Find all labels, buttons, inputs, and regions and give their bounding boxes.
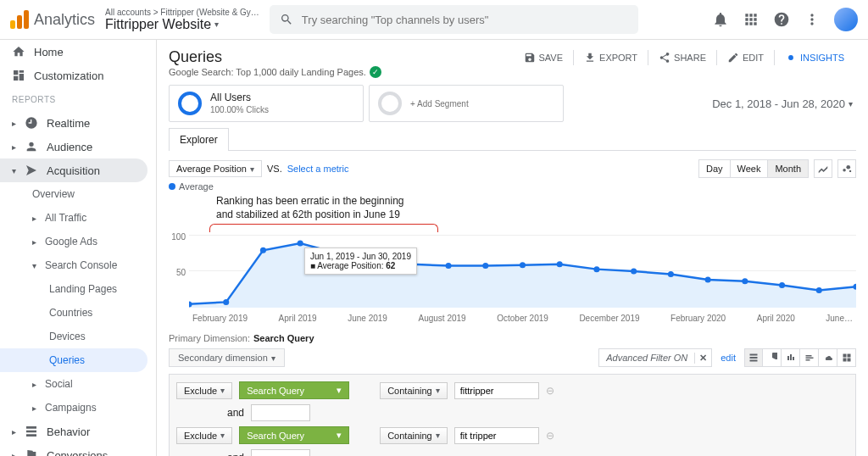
svg-point-7 xyxy=(298,241,303,247)
svg-point-17 xyxy=(668,271,674,277)
sidebar-item-all-traffic[interactable]: ▸All Traffic xyxy=(0,206,156,230)
page-subtitle: Google Search: Top 1,000 daily Landing P… xyxy=(169,67,366,77)
line-chart-svg xyxy=(189,224,856,308)
avatar[interactable] xyxy=(834,8,858,31)
view-cloud-icon[interactable] xyxy=(819,348,837,367)
more-vert-icon[interactable] xyxy=(804,11,821,28)
chart-tooltip: Jun 1, 2019 - Jun 30, 2019 ■ Average Pos… xyxy=(304,247,417,275)
sidebar-label: Behavior xyxy=(47,425,90,438)
caret-down-icon: ▾ xyxy=(436,431,440,440)
chevron-right-icon: ▸ xyxy=(32,214,36,223)
view-table-icon[interactable] xyxy=(744,348,763,367)
legend-label: Average xyxy=(179,181,214,192)
and-condition-input[interactable] xyxy=(251,449,310,456)
svg-point-20 xyxy=(779,282,785,288)
sidebar-item-home[interactable]: Home xyxy=(0,40,156,64)
sidebar-item-queries[interactable]: Queries xyxy=(0,348,147,372)
sidebar-item-realtime[interactable]: ▸Realtime xyxy=(0,111,156,135)
filter-include-exclude[interactable]: Exclude▾ xyxy=(176,427,232,444)
remove-filter-icon[interactable]: ⊖ xyxy=(546,430,554,442)
svg-point-21 xyxy=(816,287,822,293)
filter-match-type[interactable]: Containing▾ xyxy=(380,382,448,399)
search-bar[interactable] xyxy=(270,5,638,34)
sidebar-item-countries[interactable]: Countries xyxy=(0,301,156,325)
main-content: Queries Google Search: Top 1,000 daily L… xyxy=(157,40,868,456)
svg-point-13 xyxy=(520,262,526,268)
apps-icon[interactable] xyxy=(743,11,760,28)
account-selector[interactable]: All accounts > Fittripper (Website & Gy…… xyxy=(105,8,259,32)
insights-button[interactable]: INSIGHTS xyxy=(778,48,851,67)
filter-dimension[interactable]: Search Query▾ xyxy=(239,426,349,444)
view-pie-icon[interactable] xyxy=(763,348,782,367)
save-button[interactable]: SAVE xyxy=(517,48,570,67)
verified-icon: ✓ xyxy=(370,66,381,78)
account-breadcrumbs: All accounts > Fittripper (Website & Gy… xyxy=(105,8,259,17)
and-label: and xyxy=(227,452,244,456)
filter-match-type[interactable]: Containing▾ xyxy=(380,427,448,444)
segment-all-users[interactable]: All Users100.00% Clicks xyxy=(169,85,364,122)
sidebar-item-behavior[interactable]: ▸Behavior xyxy=(0,420,156,443)
advanced-filter-badge: Advanced Filter ON ✕ xyxy=(598,348,712,367)
date-range-selector[interactable]: Dec 1, 2018 - Jun 28, 2020▾ xyxy=(712,97,856,110)
gran-week[interactable]: Week xyxy=(731,160,769,177)
edit-button[interactable]: EDIT xyxy=(721,48,771,67)
and-condition-input[interactable] xyxy=(251,404,310,421)
secondary-dimension-selector[interactable]: Secondary dimension▾ xyxy=(169,348,285,367)
filter-dimension[interactable]: Search Query▾ xyxy=(239,381,349,399)
svg-point-2 xyxy=(846,165,850,170)
caret-down-icon: ▾ xyxy=(436,386,440,395)
chevron-right-icon: ▸ xyxy=(12,451,16,457)
gran-day[interactable]: Day xyxy=(699,160,731,177)
metric-selector[interactable]: Average Position▾ xyxy=(169,160,262,177)
filter-value-input[interactable] xyxy=(454,427,539,444)
view-comparison-icon[interactable] xyxy=(800,348,819,367)
advanced-filter-panel: Exclude▾ Search Query▾ Containing▾ ⊖ and… xyxy=(169,374,856,456)
svg-point-14 xyxy=(557,261,563,267)
home-icon xyxy=(12,45,25,58)
sidebar-item-conversions[interactable]: ▸Conversions xyxy=(0,443,156,456)
sidebar-item-campaigns[interactable]: ▸Campaigns xyxy=(0,396,156,420)
caret-down-icon: ▾ xyxy=(271,353,275,363)
clear-filter-button[interactable]: ✕ xyxy=(694,353,711,364)
sidebar-item-google-ads[interactable]: ▸Google Ads xyxy=(0,230,156,253)
chart-type-line-icon[interactable] xyxy=(814,159,832,178)
filter-include-exclude[interactable]: Exclude▾ xyxy=(176,382,232,399)
bell-icon[interactable] xyxy=(712,11,729,28)
search-input[interactable] xyxy=(302,14,628,26)
view-performance-icon[interactable] xyxy=(782,348,800,367)
sidebar-label: All Traffic xyxy=(45,212,86,224)
sidebar-label: Campaigns xyxy=(45,402,97,414)
sidebar-item-customization[interactable]: Customization xyxy=(0,64,156,87)
filter-value-input[interactable] xyxy=(454,382,539,399)
edit-filter-link[interactable]: edit xyxy=(721,353,736,363)
sidebar-item-overview[interactable]: Overview xyxy=(0,182,156,206)
add-segment-button[interactable]: + Add Segment xyxy=(369,85,564,122)
sidebar-label: Countries xyxy=(49,307,92,319)
chevron-down-icon: ▾ xyxy=(32,261,36,270)
vs-label: VS. xyxy=(267,164,282,174)
tab-explorer[interactable]: Explorer xyxy=(169,128,229,151)
sidebar-section-reports: REPORTS xyxy=(0,87,156,111)
sidebar-item-landing-pages[interactable]: Landing Pages xyxy=(0,277,156,301)
sidebar-item-audience[interactable]: ▸Audience xyxy=(0,135,156,158)
sidebar-item-acquisition[interactable]: ▾Acquisition xyxy=(0,158,147,182)
sidebar-label: Acquisition xyxy=(47,164,100,177)
customize-icon xyxy=(12,69,25,82)
flag-icon xyxy=(25,448,38,456)
gran-month[interactable]: Month xyxy=(768,160,808,177)
chart-type-motion-icon[interactable] xyxy=(837,159,856,178)
svg-point-0 xyxy=(788,55,793,60)
chevron-right-icon: ▸ xyxy=(32,380,36,389)
sidebar-label: Conversions xyxy=(47,449,108,457)
select-metric-link[interactable]: Select a metric xyxy=(287,164,349,174)
remove-filter-icon[interactable]: ⊖ xyxy=(546,385,554,397)
share-button[interactable]: SHARE xyxy=(652,48,713,67)
sidebar-item-devices[interactable]: Devices xyxy=(0,325,156,348)
svg-point-19 xyxy=(742,278,748,284)
sidebar-item-social[interactable]: ▸Social xyxy=(0,372,156,396)
view-pivot-icon[interactable] xyxy=(837,348,856,367)
help-icon[interactable] xyxy=(773,11,790,28)
export-button[interactable]: EXPORT xyxy=(577,48,644,67)
sidebar-item-search-console[interactable]: ▾Search Console xyxy=(0,253,156,277)
y-tick: 50 xyxy=(176,268,186,277)
